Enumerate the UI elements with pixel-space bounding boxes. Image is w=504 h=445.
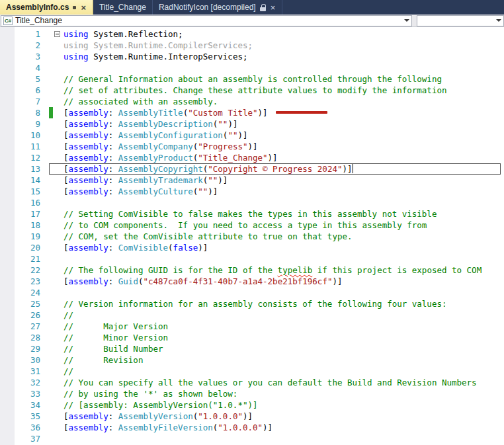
line-number[interactable]: 26 (0, 309, 49, 321)
code-line[interactable]: 4 (0, 62, 504, 73)
code-line[interactable]: 18// to COM components. If you need to a… (0, 220, 504, 231)
scope-dropdown[interactable]: C# Title_Change (1, 15, 412, 26)
code-line[interactable]: 3using System.Runtime.InteropServices; (0, 51, 504, 62)
tab-title-change[interactable]: Title_Change (93, 0, 153, 15)
code-line[interactable]: 9[assembly: AssemblyDescription("")] (0, 118, 504, 130)
line-number[interactable]: 14 (0, 175, 49, 186)
line-number[interactable]: 24 (0, 287, 49, 298)
line-number[interactable]: 25 (0, 298, 49, 309)
code-line[interactable]: 16 (0, 197, 504, 208)
line-number[interactable]: 31 (0, 366, 49, 377)
code-line[interactable]: 25// Version information for an assembly… (0, 298, 504, 309)
code-line[interactable]: 6// set of attributes. Change these attr… (0, 85, 504, 96)
line-number[interactable]: 12 (0, 152, 49, 163)
code-line[interactable]: 35[assembly: AssemblyVersion("1.0.0.0")] (0, 411, 504, 422)
line-number[interactable]: 30 (0, 354, 49, 366)
fold-collapse-icon[interactable] (54, 31, 60, 37)
code-line[interactable]: 24 (0, 287, 504, 298)
line-number[interactable]: 32 (0, 377, 49, 388)
line-number[interactable]: 11 (0, 141, 49, 152)
line-number[interactable]: 13 (0, 163, 49, 175)
code-line[interactable]: 30// Revision (0, 354, 504, 366)
code-line[interactable]: 10[assembly: AssemblyConfiguration("")] (0, 130, 504, 141)
line-number[interactable]: 23 (0, 276, 49, 287)
line-number[interactable]: 21 (0, 253, 49, 264)
code-line[interactable]: 8[assembly: AssemblyTitle("Custom Title"… (0, 107, 504, 118)
tab-assemblyinfo-cs[interactable]: AssemblyInfo.cs× (0, 0, 93, 15)
line-number[interactable]: 34 (0, 399, 49, 411)
line-number[interactable]: 3 (0, 51, 49, 62)
line-number[interactable]: 7 (0, 96, 49, 107)
line-number[interactable]: 20 (0, 242, 49, 253)
line-number[interactable]: 28 (0, 332, 49, 343)
code-text: // The following GUID is for the ID of t… (63, 264, 504, 276)
code-line[interactable]: 36[assembly: AssemblyFileVersion("1.0.0.… (0, 422, 504, 433)
line-number[interactable]: 37 (0, 433, 49, 444)
line-number[interactable]: 18 (0, 220, 49, 231)
line-number[interactable]: 6 (0, 85, 49, 96)
line-number[interactable]: 27 (0, 321, 49, 332)
code-line[interactable]: 15[assembly: AssemblyCulture("")] (0, 186, 504, 197)
line-number[interactable]: 19 (0, 231, 49, 242)
code-line[interactable]: 2using System.Runtime.CompilerServices; (0, 40, 504, 51)
code-line[interactable]: 13[assembly: AssemblyCopyright("Copyrigh… (0, 163, 504, 175)
code-text: // to COM components. If you need to acc… (63, 220, 504, 231)
code-text: [assembly: Guid("c487ca0f-4f31-40b7-a1a4… (63, 276, 504, 287)
code-line[interactable]: 1using System.Reflection; (0, 28, 504, 40)
line-number[interactable]: 15 (0, 186, 49, 197)
code-line[interactable]: 17// Setting ComVisible to false makes t… (0, 208, 504, 220)
code-text: // (63, 366, 504, 377)
code-text: [assembly: AssemblyTitle("Custom Title")… (63, 107, 504, 118)
line-number[interactable]: 10 (0, 130, 49, 141)
line-number[interactable]: 22 (0, 264, 49, 276)
code-line[interactable]: 29// Build Number (0, 343, 504, 354)
code-text: [assembly: AssemblyCopyright("Copyright … (63, 163, 504, 175)
line-number[interactable]: 5 (0, 73, 49, 85)
line-number[interactable]: 35 (0, 411, 49, 422)
code-line[interactable]: 14[assembly: AssemblyTrademark("")] (0, 175, 504, 186)
outline-margin (53, 62, 63, 73)
code-editor-window: AssemblyInfo.cs×Title_ChangeRadNotifyIco… (0, 0, 504, 445)
code-line[interactable]: 23[assembly: Guid("c487ca0f-4f31-40b7-a1… (0, 276, 504, 287)
close-icon[interactable]: × (80, 3, 87, 12)
code-line[interactable]: 19// COM, set the ComVisible attribute t… (0, 231, 504, 242)
code-line[interactable]: 20[assembly: ComVisible(false)] (0, 242, 504, 253)
code-line[interactable]: 12[assembly: AssemblyProduct("Title_Chan… (0, 152, 504, 163)
line-number[interactable]: 8 (0, 107, 49, 118)
line-number[interactable]: 4 (0, 62, 49, 73)
outline-margin (53, 309, 63, 321)
code-line[interactable]: 34// [assembly: AssemblyVersion("1.0.*")… (0, 399, 504, 411)
line-number[interactable]: 36 (0, 422, 49, 433)
tab-label: RadNotifyIcon [decompiled] (159, 3, 256, 12)
code-editor[interactable]: 1using System.Reflection;2using System.R… (0, 27, 504, 445)
line-number[interactable]: 16 (0, 197, 49, 208)
member-dropdown[interactable] (417, 15, 504, 26)
code-line[interactable]: 11[assembly: AssemblyCompany("Progress")… (0, 141, 504, 152)
tab-radnotifyicon-decompiled[interactable]: RadNotifyIcon [decompiled]× (153, 0, 282, 15)
red-annotation-line (276, 111, 327, 114)
outline-margin (53, 152, 63, 163)
code-text: // Minor Version (63, 332, 504, 343)
code-line[interactable]: 27// Major Version (0, 321, 504, 332)
code-line[interactable]: 26// (0, 309, 504, 321)
code-text: [assembly: AssemblyCulture("")] (63, 186, 504, 197)
line-number[interactable]: 9 (0, 118, 49, 130)
line-number[interactable]: 1 (0, 28, 49, 40)
code-line[interactable]: 37 (0, 433, 504, 444)
code-line[interactable]: 21 (0, 253, 504, 264)
code-line[interactable]: 5// General Information about an assembl… (0, 73, 504, 85)
code-line[interactable]: 22// The following GUID is for the ID of… (0, 264, 504, 276)
line-number[interactable]: 33 (0, 388, 49, 399)
modified-dot-icon (73, 6, 76, 9)
outline-margin (53, 354, 63, 366)
code-line[interactable]: 28// Minor Version (0, 332, 504, 343)
code-line[interactable]: 32// You can specify all the values or y… (0, 377, 504, 388)
code-line[interactable]: 33// by using the '*' as shown below: (0, 388, 504, 399)
line-number[interactable]: 17 (0, 208, 49, 220)
code-text: // General Information about an assembly… (63, 73, 504, 85)
line-number[interactable]: 29 (0, 343, 49, 354)
code-line[interactable]: 7// associated with an assembly. (0, 96, 504, 107)
close-icon[interactable]: × (270, 3, 276, 12)
line-number[interactable]: 2 (0, 40, 49, 51)
code-line[interactable]: 31// (0, 366, 504, 377)
